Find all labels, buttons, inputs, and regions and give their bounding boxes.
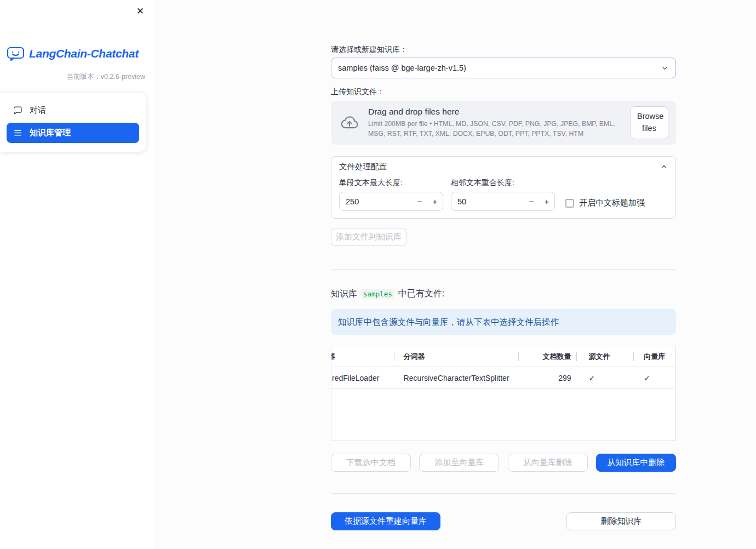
table-row[interactable]: redFileLoader RecursiveCharacterTextSpli… bbox=[331, 367, 675, 389]
table-header-source-file[interactable]: 源文件 bbox=[577, 346, 634, 367]
table-header-doc-count[interactable]: 文档数量 bbox=[519, 346, 577, 367]
uploader-text: Drag and drop files here Limit 200MB per… bbox=[368, 107, 621, 139]
add-to-vector-store-button[interactable]: 添加至向量库 bbox=[419, 454, 499, 472]
divider bbox=[331, 493, 676, 494]
kb-selectbox[interactable]: samples (faiss @ bge-large-zh-v1.5) bbox=[331, 58, 676, 78]
cell-splitter: RecursiveCharacterTextSplitter bbox=[394, 367, 519, 388]
overlap-increment-button[interactable]: + bbox=[539, 197, 554, 206]
expander-header[interactable]: 文件处理配置 bbox=[331, 157, 675, 176]
max-length-increment-button[interactable]: + bbox=[427, 197, 443, 206]
close-icon: ✕ bbox=[136, 6, 144, 16]
logo-text: LangChain-Chatchat bbox=[29, 47, 139, 60]
overlap-length-input[interactable]: 50 − + bbox=[451, 192, 555, 211]
chat-bubble-icon bbox=[13, 106, 22, 115]
sidebar-item-chat[interactable]: 对话 bbox=[7, 100, 139, 121]
file-uploader-dropzone[interactable]: Drag and drop files here Limit 200MB per… bbox=[331, 101, 676, 145]
sidebar-close-button[interactable]: ✕ bbox=[134, 4, 146, 18]
max-length-value: 250 bbox=[340, 197, 412, 206]
uploader-limits: Limit 200MB per file • HTML, MD, JSON, C… bbox=[368, 119, 621, 139]
version-text: 当前版本：v0.2.6-preview bbox=[0, 72, 153, 82]
delete-from-kb-button[interactable]: 从知识库中删除 bbox=[596, 454, 676, 472]
cell-doc-count: 299 bbox=[519, 367, 577, 388]
chevron-up-icon bbox=[660, 163, 668, 170]
rebuild-vector-store-button[interactable]: 依据源文件重建向量库 bbox=[331, 512, 440, 530]
menu-item-label: 知识库管理 bbox=[30, 128, 71, 138]
expander-title: 文件处理配置 bbox=[339, 162, 387, 172]
table-header-loader[interactable]: 器 bbox=[331, 346, 394, 367]
chat-logo-icon bbox=[7, 46, 25, 61]
kb-level-buttons: 依据源文件重建向量库 删除知识库 bbox=[331, 512, 676, 530]
browse-files-button[interactable]: Browse files bbox=[630, 106, 668, 139]
max-length-field: 单段文本最大长度: 250 − + bbox=[339, 178, 443, 211]
files-table: 器 分词器 文档数量 源文件 向量库 redFileLoader Recursi… bbox=[331, 346, 676, 441]
table-header-vector-store[interactable]: 向量库 bbox=[634, 346, 675, 367]
menu-item-label: 对话 bbox=[30, 105, 46, 116]
main-content: 请选择或新建知识库： samples (faiss @ bge-large-zh… bbox=[153, 0, 756, 549]
info-banner: 知识库中包含源文件与向量库，请从下表中选择文件后操作 bbox=[331, 309, 676, 335]
kb-name-code: samples bbox=[361, 289, 394, 299]
max-length-label: 单段文本最大长度: bbox=[339, 178, 443, 187]
content-column: 请选择或新建知识库： samples (faiss @ bge-large-zh… bbox=[331, 0, 676, 530]
existing-files-suffix: 中已有文件: bbox=[398, 288, 444, 300]
delete-from-vector-store-button[interactable]: 从向量库删除 bbox=[508, 454, 588, 472]
table-header-splitter[interactable]: 分词器 bbox=[394, 346, 519, 367]
chinese-title-checkbox[interactable]: 开启中文标题加强 bbox=[565, 195, 645, 211]
sidebar-menu: 对话 知识库管理 bbox=[0, 93, 146, 152]
kb-selected-value: samples (faiss @ bge-large-zh-v1.5) bbox=[338, 64, 661, 72]
sidebar: ✕ LangChain-Chatchat 当前版本：v0.2.6-preview bbox=[0, 0, 153, 549]
delete-kb-button[interactable]: 删除知识库 bbox=[566, 512, 676, 530]
existing-files-prefix: 知识库 bbox=[331, 288, 357, 300]
checkbox-box bbox=[565, 199, 574, 208]
kb-select-label: 请选择或新建知识库： bbox=[331, 45, 676, 54]
overlap-length-value: 50 bbox=[451, 197, 524, 206]
table-empty-area bbox=[331, 389, 675, 441]
expander-body: 单段文本最大长度: 250 − + 相邻文本重合长度: 50 − + bbox=[331, 176, 675, 211]
download-selected-button[interactable]: 下载选中文档 bbox=[331, 454, 411, 472]
list-icon bbox=[13, 128, 22, 138]
add-files-to-kb-button[interactable]: 添加文件到知识库 bbox=[331, 228, 406, 246]
overlap-length-label: 相邻文本重合长度: bbox=[451, 178, 555, 187]
upload-label: 上传知识文件： bbox=[331, 87, 676, 96]
chevron-down-icon bbox=[661, 64, 669, 72]
cell-vector-store-check: ✓ bbox=[634, 367, 675, 388]
overlap-decrement-button[interactable]: − bbox=[524, 197, 539, 206]
checkbox-label: 开启中文标题加强 bbox=[579, 198, 645, 208]
cloud-upload-icon bbox=[340, 113, 359, 133]
existing-files-heading: 知识库 samples 中已有文件: bbox=[331, 288, 676, 300]
uploader-title: Drag and drop files here bbox=[368, 107, 621, 117]
max-length-decrement-button[interactable]: − bbox=[412, 197, 427, 206]
cell-loader: redFileLoader bbox=[331, 367, 394, 388]
file-action-buttons: 下载选中文档 添加至向量库 从向量库删除 从知识库中删除 bbox=[331, 454, 676, 472]
overlap-length-field: 相邻文本重合长度: 50 − + bbox=[451, 178, 555, 211]
cell-source-file-check: ✓ bbox=[577, 367, 634, 388]
app-root: ✕ LangChain-Chatchat 当前版本：v0.2.6-preview bbox=[0, 0, 756, 549]
app-logo: LangChain-Chatchat bbox=[7, 46, 153, 61]
table-header-row: 器 分词器 文档数量 源文件 向量库 bbox=[331, 346, 675, 367]
file-config-expander: 文件处理配置 单段文本最大长度: 250 − + bbox=[331, 156, 676, 219]
divider bbox=[331, 269, 676, 270]
max-length-input[interactable]: 250 − + bbox=[339, 192, 443, 211]
sidebar-item-knowledge-base[interactable]: 知识库管理 bbox=[7, 123, 139, 143]
